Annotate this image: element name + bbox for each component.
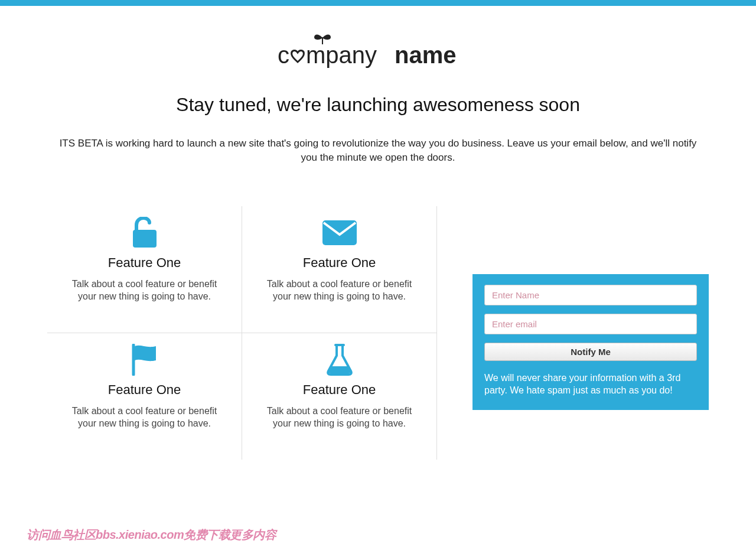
feature-description: Talk about a cool feature or benefit you… — [65, 278, 224, 303]
svg-text:mpany: mpany — [306, 42, 377, 68]
feature-title: Feature One — [65, 382, 224, 398]
headline: Stay tuned, we're launching awesomeness … — [47, 94, 709, 116]
feature-title: Feature One — [260, 255, 419, 271]
name-input[interactable] — [484, 285, 697, 305]
notify-button[interactable]: Notify Me — [484, 343, 697, 361]
feature-description: Talk about a cool feature or benefit you… — [260, 278, 419, 303]
feature-title: Feature One — [65, 255, 224, 271]
logo-area: c mpany name — [47, 6, 709, 94]
feature-description: Talk about a cool feature or benefit you… — [65, 405, 224, 430]
unlock-icon — [127, 215, 162, 250]
feature-card: Feature One Talk about a cool feature or… — [242, 333, 437, 460]
company-logo: c mpany name — [278, 32, 478, 74]
privacy-text: We will never share your information wit… — [484, 372, 697, 397]
svg-rect-4 — [133, 230, 157, 248]
feature-card: Feature One Talk about a cool feature or… — [242, 206, 437, 333]
feature-description: Talk about a cool feature or benefit you… — [260, 405, 419, 430]
top-accent-bar — [0, 0, 756, 6]
main-content: Feature One Talk about a cool feature or… — [47, 206, 709, 460]
feature-title: Feature One — [260, 382, 419, 398]
feature-card: Feature One Talk about a cool feature or… — [47, 206, 242, 333]
feature-card: Feature One Talk about a cool feature or… — [47, 333, 242, 460]
envelope-icon — [322, 215, 357, 250]
signup-form: Notify Me We will never share your infor… — [472, 274, 709, 410]
email-input[interactable] — [484, 314, 697, 334]
subheadline: ITS BETA is working hard to launch a new… — [47, 136, 709, 165]
flask-icon — [322, 342, 357, 377]
features-grid: Feature One Talk about a cool feature or… — [47, 206, 437, 460]
svg-text:c: c — [278, 42, 289, 68]
flag-icon — [127, 342, 162, 377]
svg-text:name: name — [395, 42, 457, 68]
svg-rect-5 — [322, 220, 357, 245]
